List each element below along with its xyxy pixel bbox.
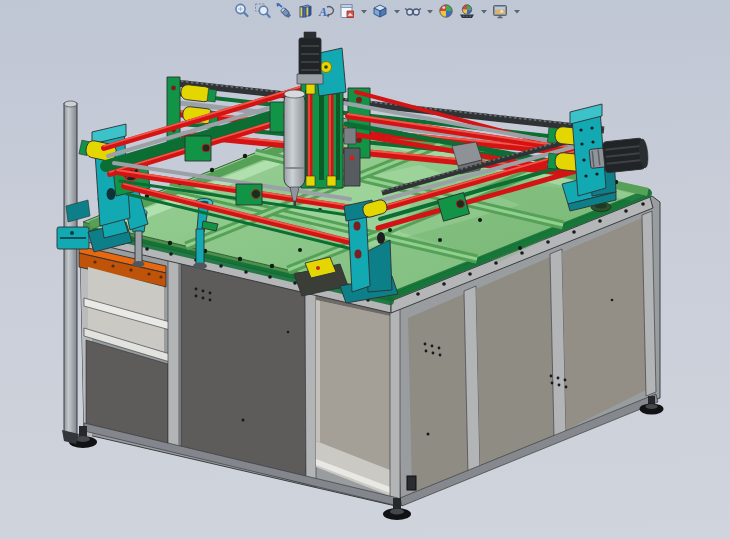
post-clamp bbox=[57, 227, 89, 249]
chevron-down-icon bbox=[360, 2, 368, 20]
linear-block bbox=[185, 136, 211, 161]
apply-scene-dropdown[interactable] bbox=[479, 1, 488, 21]
shaded-cube-icon bbox=[371, 2, 389, 20]
open-compartment bbox=[316, 290, 390, 496]
chevron-down-icon bbox=[393, 2, 401, 20]
zoom-to-area-button[interactable] bbox=[254, 1, 272, 21]
display-style-dropdown[interactable] bbox=[392, 1, 401, 21]
z-axis-motor[interactable] bbox=[297, 32, 323, 84]
magnifier-icon bbox=[233, 2, 251, 20]
cad-3d-viewport[interactable]: A bbox=[0, 0, 730, 539]
chevron-down-icon bbox=[480, 2, 488, 20]
power-socket bbox=[407, 476, 416, 490]
chevron-down-icon bbox=[513, 2, 521, 20]
apply-scene-button[interactable] bbox=[458, 1, 476, 21]
color-ball-icon bbox=[437, 2, 455, 20]
zoom-to-fit-button[interactable] bbox=[233, 1, 251, 21]
magnifier-area-icon bbox=[254, 2, 272, 20]
model-canvas[interactable] bbox=[0, 0, 730, 539]
view-settings-button[interactable] bbox=[491, 1, 509, 21]
section-block-icon bbox=[296, 2, 314, 20]
view-orientation-dropdown[interactable] bbox=[359, 1, 368, 21]
previous-view-button[interactable] bbox=[275, 1, 293, 21]
hide-show-items-dropdown[interactable] bbox=[425, 1, 434, 21]
section-view-button[interactable] bbox=[296, 1, 314, 21]
view-settings-dropdown[interactable] bbox=[512, 1, 521, 21]
heads-up-toolbar: A bbox=[233, 1, 521, 21]
edit-appearance-button[interactable] bbox=[437, 1, 455, 21]
monitor-icon bbox=[491, 2, 509, 20]
wand-arrow-icon bbox=[275, 2, 293, 20]
document-icon bbox=[338, 2, 356, 20]
chevron-down-icon bbox=[426, 2, 434, 20]
linear-block bbox=[236, 184, 262, 205]
a-rotate-icon: A bbox=[317, 2, 335, 20]
view-orientation-button[interactable] bbox=[338, 1, 356, 21]
hide-show-items-button[interactable] bbox=[404, 1, 422, 21]
annotation-views-button[interactable]: A bbox=[317, 1, 335, 21]
svg-text:A: A bbox=[318, 5, 327, 19]
scene-ball-icon bbox=[458, 2, 476, 20]
display-style-button[interactable] bbox=[371, 1, 389, 21]
eyeglasses-icon bbox=[404, 2, 422, 20]
